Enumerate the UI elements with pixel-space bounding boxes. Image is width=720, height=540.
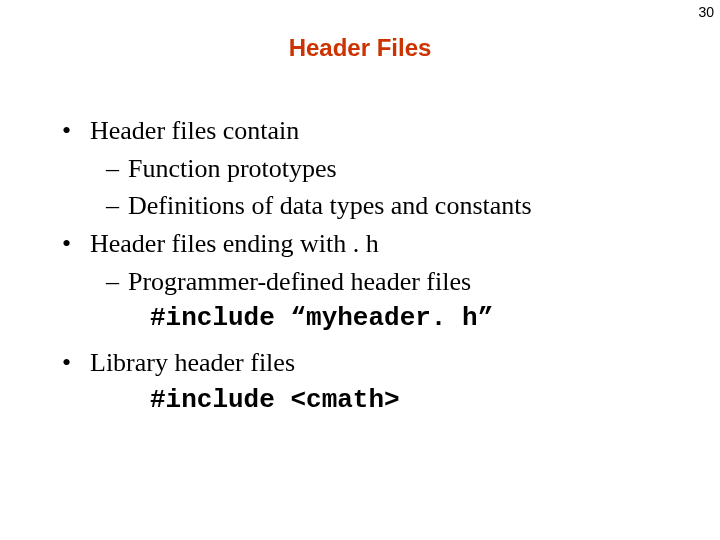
bullet-2-text: Header files ending with . h xyxy=(90,225,379,263)
bullet-marker-icon: • xyxy=(62,225,90,263)
bullet-1-sub-1-text: Function prototypes xyxy=(128,150,337,188)
bullet-1-sub-1: – Function prototypes xyxy=(106,150,720,188)
dash-icon: – xyxy=(106,150,128,188)
code-include-myheader: #include “myheader. h” xyxy=(150,300,720,338)
bullet-1: • Header files contain xyxy=(62,112,720,150)
bullet-1-sub-2-text: Definitions of data types and constants xyxy=(128,187,532,225)
bullet-2-sub-1-text: Programmer-defined header files xyxy=(128,263,471,301)
slide-title: Header Files xyxy=(0,34,720,62)
bullet-1-text: Header files contain xyxy=(90,112,299,150)
slide-content: • Header files contain – Function protot… xyxy=(62,112,720,420)
bullet-3-text: Library header files xyxy=(90,344,295,382)
page-number: 30 xyxy=(698,4,714,20)
bullet-2: • Header files ending with . h xyxy=(62,225,720,263)
bullet-2-sub-1: – Programmer-defined header files xyxy=(106,263,720,301)
code-include-cmath: #include <cmath> xyxy=(150,382,720,420)
dash-icon: – xyxy=(106,187,128,225)
bullet-marker-icon: • xyxy=(62,344,90,382)
bullet-1-sub-2: – Definitions of data types and constant… xyxy=(106,187,720,225)
bullet-3: • Library header files xyxy=(62,344,720,382)
bullet-marker-icon: • xyxy=(62,112,90,150)
dash-icon: – xyxy=(106,263,128,301)
